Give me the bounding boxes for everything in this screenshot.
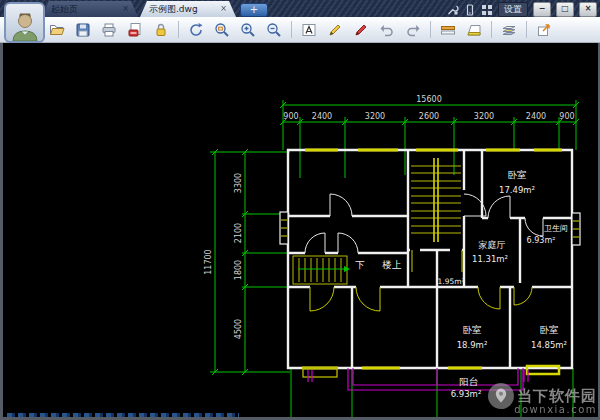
dim-top-total: 15600 <box>416 95 441 104</box>
minimize-button[interactable]: − <box>533 2 551 17</box>
clipped-blue-text <box>7 413 239 417</box>
balcony-door <box>527 366 559 374</box>
floor-plan: 15600 900 2400 3200 2600 3200 2400 900 1… <box>3 43 598 417</box>
tab-start-page[interactable]: 起始页 × <box>42 1 138 17</box>
dim-top-seg: 2600 <box>419 112 439 121</box>
dim-top-seg: 3200 <box>474 112 494 121</box>
watermark: 当下软件园 downxia.com <box>488 383 597 415</box>
grid-icon[interactable] <box>481 4 493 16</box>
drawing-canvas[interactable]: 15600 900 2400 3200 2600 3200 2400 900 1… <box>3 43 598 417</box>
tab-start-page-label: 起始页 <box>51 3 78 16</box>
zoom-window-icon[interactable] <box>213 21 231 39</box>
text-icon[interactable] <box>300 21 318 39</box>
open-icon[interactable] <box>48 21 66 39</box>
room-name: 卫生间 <box>544 224 568 233</box>
save-icon[interactable] <box>74 21 92 39</box>
toolbar <box>0 17 600 43</box>
lock-icon[interactable] <box>152 21 170 39</box>
measure-icon[interactable] <box>439 21 457 39</box>
zoom-out-icon[interactable] <box>265 21 283 39</box>
room-area: 6.93m² <box>527 236 556 245</box>
dim-left-seg: 4500 <box>234 319 243 339</box>
watermark-site-domain: downxia.com <box>514 404 597 415</box>
dim-top-seg: 2400 <box>312 112 332 121</box>
toolbar-separator <box>430 21 431 38</box>
room-name: 卧室 <box>463 324 482 335</box>
export-pdf-icon[interactable] <box>126 21 144 39</box>
new-tab-button[interactable]: + <box>240 3 268 17</box>
room-area: 18.9m² <box>457 340 488 350</box>
dim-top-seg: 3200 <box>365 112 385 121</box>
tab-close-icon[interactable]: × <box>116 5 129 13</box>
layers-icon[interactable] <box>500 21 518 39</box>
share-icon[interactable] <box>535 21 553 39</box>
room-name: 卧室 <box>508 169 527 180</box>
room-area: 1.95m² <box>437 277 464 286</box>
maximize-button[interactable]: □ <box>556 2 574 17</box>
app-window: 起始页 × 示例图.dwg × + 设置 − □ × <box>0 0 600 420</box>
walls <box>280 150 580 368</box>
tools-icon[interactable] <box>447 4 459 16</box>
room-name: 家庭厅 <box>479 240 506 250</box>
person-icon <box>9 10 41 41</box>
zoom-in-icon[interactable] <box>239 21 257 39</box>
user-avatar[interactable] <box>4 2 45 43</box>
room-area: 14.85m² <box>531 340 567 350</box>
close-button[interactable]: × <box>579 2 597 17</box>
print-icon[interactable] <box>100 21 118 39</box>
room-area: 11.31m² <box>472 254 508 264</box>
dim-left-seg: 2100 <box>234 223 243 243</box>
toolbar-separator <box>526 21 527 38</box>
stairs-lower <box>293 256 347 284</box>
room-name: 阳台 <box>460 376 479 387</box>
dim-top-seg: 2400 <box>526 112 546 121</box>
area-icon[interactable] <box>465 21 483 39</box>
dim-top-seg: 900 <box>559 112 574 121</box>
marker-icon[interactable] <box>352 21 370 39</box>
dim-left-total: 11700 <box>204 249 213 274</box>
room-area: 6.93m² <box>451 389 482 399</box>
watermark-site-name: 当下软件园 <box>517 387 597 405</box>
toolbar-separator <box>491 21 492 38</box>
mobile-icon[interactable] <box>464 4 476 16</box>
room-name: 卧室 <box>540 324 559 335</box>
undo-icon[interactable] <box>378 21 396 39</box>
dim-left-seg: 1800 <box>234 260 243 280</box>
dim-left-seg: 3300 <box>234 173 243 193</box>
toolbar-separator <box>291 21 292 38</box>
stair-down-label: 下 <box>355 259 365 270</box>
titlebar: 起始页 × 示例图.dwg × + 设置 − □ × <box>0 0 600 17</box>
toolbar-separator <box>178 21 179 38</box>
tab-drawing-file-label: 示例图.dwg <box>149 3 198 16</box>
tab-drawing-file[interactable]: 示例图.dwg × <box>140 1 236 17</box>
redo-icon[interactable] <box>404 21 422 39</box>
stair-up-label: 楼上 <box>382 259 403 270</box>
settings-button[interactable]: 设置 <box>498 2 528 17</box>
rotate-view-icon[interactable] <box>187 21 205 39</box>
pencil-icon[interactable] <box>326 21 344 39</box>
dim-top-seg: 900 <box>283 112 298 121</box>
room-area: 17.49m² <box>499 185 535 195</box>
tab-close-icon[interactable]: × <box>214 5 227 13</box>
